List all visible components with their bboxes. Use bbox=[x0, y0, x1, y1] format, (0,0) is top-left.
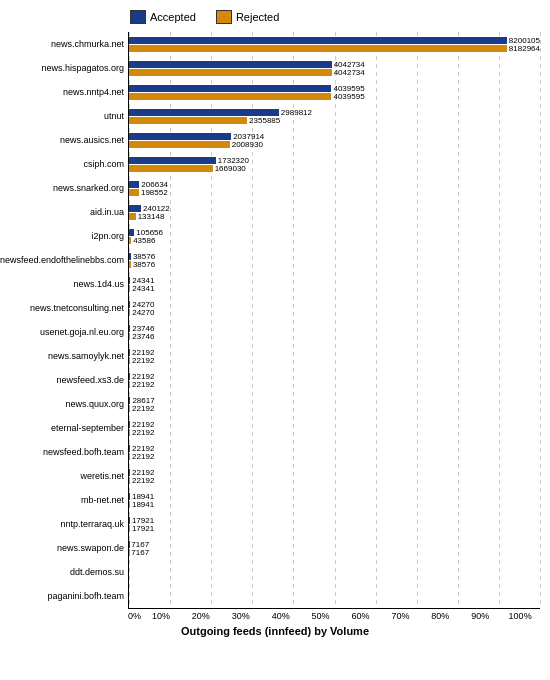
bar-row: 2219222192 bbox=[129, 464, 540, 488]
bar-row: 82001058182964 bbox=[129, 32, 540, 56]
x-axis-label: 70% bbox=[380, 611, 420, 621]
y-label: news.1d4.us bbox=[10, 272, 128, 296]
rejected-bar-wrapper: 22192 bbox=[129, 428, 540, 436]
rejected-bar bbox=[129, 189, 139, 196]
bar-row bbox=[129, 560, 540, 584]
rejected-bar bbox=[129, 333, 130, 340]
rejected-bar bbox=[129, 237, 131, 244]
rejected-bar-wrapper: 22192 bbox=[129, 404, 540, 412]
y-label: news.samoylyk.net bbox=[10, 344, 128, 368]
rejected-bar-wrapper: 24270 bbox=[129, 308, 540, 316]
accepted-bar bbox=[129, 61, 332, 68]
y-label: news.quux.org bbox=[10, 392, 128, 416]
rejected-bar-label: 22192 bbox=[132, 356, 154, 365]
accepted-bar bbox=[129, 445, 130, 452]
accepted-bar bbox=[129, 373, 130, 380]
x-axis-label: 80% bbox=[420, 611, 460, 621]
x-axis-label: 0% bbox=[128, 611, 141, 621]
rejected-bar-label: 43586 bbox=[133, 236, 155, 245]
x-axis-label: 60% bbox=[341, 611, 381, 621]
bar-row: 2219222192 bbox=[129, 440, 540, 464]
accepted-bar bbox=[129, 205, 141, 212]
y-label: news.ausics.net bbox=[10, 128, 128, 152]
rejected-legend-box bbox=[216, 10, 232, 24]
y-label: news.hispagatos.org bbox=[10, 56, 128, 80]
y-label: ddt.demos.su bbox=[10, 560, 128, 584]
rejected-bar-wrapper: 2355885 bbox=[129, 116, 540, 124]
accepted-bar bbox=[129, 517, 130, 524]
legend-accepted: Accepted bbox=[130, 10, 196, 24]
rejected-bar-wrapper: 22192 bbox=[129, 452, 540, 460]
rejected-bar-wrapper: 23746 bbox=[129, 332, 540, 340]
rejected-bar bbox=[129, 117, 247, 124]
accepted-bar bbox=[129, 229, 134, 236]
legend: Accepted Rejected bbox=[130, 10, 540, 24]
bar-row: 2861722192 bbox=[129, 392, 540, 416]
y-label: paganini.bofh.team bbox=[10, 584, 128, 608]
x-axis-label: 10% bbox=[141, 611, 181, 621]
y-label: nntp.terraraq.uk bbox=[10, 512, 128, 536]
x-axis-labels: 0%10%20%30%40%50%60%70%80%90%100% bbox=[128, 611, 540, 621]
x-axis-label: 50% bbox=[301, 611, 341, 621]
rejected-bar-wrapper: 38576 bbox=[129, 260, 540, 268]
y-label: newsfeed.endofthelinebbs.com bbox=[10, 248, 128, 272]
bar-row: 1792117921 bbox=[129, 512, 540, 536]
bar-row: 20379142008930 bbox=[129, 128, 540, 152]
rejected-bar bbox=[129, 477, 130, 484]
rejected-bar-label: 18941 bbox=[132, 500, 154, 509]
rejected-bar bbox=[129, 69, 332, 76]
rejected-bar-wrapper: 18941 bbox=[129, 500, 540, 508]
rejected-bar bbox=[129, 525, 130, 532]
rejected-bar-label: 133148 bbox=[138, 212, 165, 221]
accepted-bar bbox=[129, 85, 331, 92]
x-axis-label: 90% bbox=[460, 611, 500, 621]
rejected-bar-wrapper bbox=[129, 572, 540, 580]
rejected-bar-label: 22192 bbox=[132, 476, 154, 485]
rejected-bar-label: 8182964 bbox=[509, 44, 540, 53]
accepted-bar-wrapper: 206634 bbox=[129, 180, 540, 188]
bar-row: 40427344042734 bbox=[129, 56, 540, 80]
rejected-bar-label: 198552 bbox=[141, 188, 168, 197]
y-label: news.chmurka.net bbox=[10, 32, 128, 56]
rejected-bar bbox=[129, 141, 230, 148]
rejected-bar-label: 17921 bbox=[132, 524, 154, 533]
rejected-bar-label: 4042734 bbox=[334, 68, 365, 77]
y-label: weretis.net bbox=[10, 464, 128, 488]
accepted-bar-wrapper: 2989812 bbox=[129, 108, 540, 116]
accepted-bar-wrapper: 23746 bbox=[129, 324, 540, 332]
rejected-bar-wrapper: 43586 bbox=[129, 236, 540, 244]
accepted-bar bbox=[129, 133, 231, 140]
rejected-label: Rejected bbox=[236, 11, 279, 23]
accepted-label: Accepted bbox=[150, 11, 196, 23]
bar-row bbox=[129, 584, 540, 608]
rejected-bar bbox=[129, 261, 131, 268]
y-label: aid.in.ua bbox=[10, 200, 128, 224]
rejected-bar-wrapper: 24341 bbox=[129, 284, 540, 292]
x-axis-label: 100% bbox=[500, 611, 540, 621]
accepted-bar bbox=[129, 253, 131, 260]
y-labels: news.chmurka.netnews.hispagatos.orgnews.… bbox=[10, 32, 128, 609]
accepted-bar-wrapper bbox=[129, 588, 540, 596]
legend-rejected: Rejected bbox=[216, 10, 279, 24]
rejected-bar-label: 22192 bbox=[132, 452, 154, 461]
y-label: i2pn.org bbox=[10, 224, 128, 248]
y-label: mb-net.net bbox=[10, 488, 128, 512]
accepted-bar-wrapper: 24341 bbox=[129, 276, 540, 284]
accepted-bar-wrapper: 2037914 bbox=[129, 132, 540, 140]
rejected-bar-label: 1669030 bbox=[215, 164, 246, 173]
accepted-bar-wrapper: 18941 bbox=[129, 492, 540, 500]
accepted-bar-wrapper: 8200105 bbox=[129, 36, 540, 44]
accepted-bar-wrapper bbox=[129, 564, 540, 572]
grid-line bbox=[540, 32, 541, 608]
bar-row: 17323201669030 bbox=[129, 152, 540, 176]
accepted-bar-wrapper: 24270 bbox=[129, 300, 540, 308]
bar-row: 2219222192 bbox=[129, 368, 540, 392]
rejected-bar bbox=[129, 357, 130, 364]
accepted-bar bbox=[129, 181, 139, 188]
rejected-bar-wrapper: 2008930 bbox=[129, 140, 540, 148]
bar-row: 240122133148 bbox=[129, 200, 540, 224]
chart-container: Accepted Rejected news.chmurka.netnews.h… bbox=[0, 0, 550, 680]
rejected-bar bbox=[129, 501, 130, 508]
bar-row: 2219222192 bbox=[129, 416, 540, 440]
bar-row: 40395954039595 bbox=[129, 80, 540, 104]
